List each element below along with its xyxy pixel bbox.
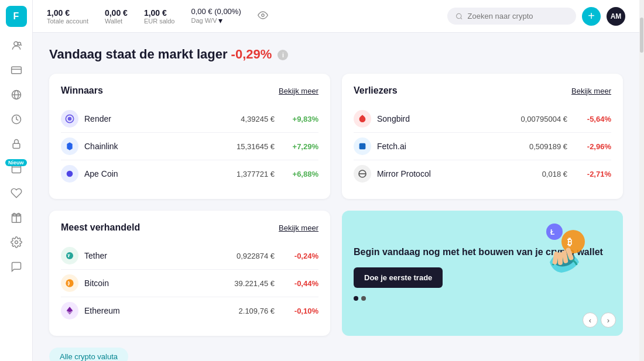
total-account-value: 1,00 €	[47, 8, 88, 18]
ethereum-price: 2.109,76 €	[239, 307, 275, 315]
tether-icon: ₮	[61, 247, 78, 264]
eur-saldo-stat: 1,00 € EUR saldo	[144, 8, 175, 25]
sidebar-item-heart[interactable]	[6, 183, 27, 204]
ethereum-change: -0,10%	[286, 307, 318, 315]
sidebar-item-globe[interactable]	[6, 84, 27, 105]
search-input[interactable]	[468, 12, 568, 20]
svg-marker-31	[67, 307, 73, 312]
wallet-value: 0,00 €	[105, 8, 128, 18]
most-traded-bekijk-meer[interactable]: Bekijk meer	[279, 224, 318, 232]
winners-title: Winnaars	[61, 85, 103, 96]
songbird-name: Songbird	[377, 114, 515, 123]
chainlink-change: +7,29%	[286, 142, 318, 151]
coin-row-render[interactable]: Render 4,39245 € +9,83%	[61, 105, 318, 133]
svg-line-19	[461, 18, 462, 19]
promo-prev-button[interactable]: ‹	[583, 312, 598, 328]
coin-row-apecoin[interactable]: Ape Coin 1,377721 € +6,88%	[61, 160, 318, 187]
wallet-stat: 0,00 € Wallet	[105, 8, 128, 25]
sidebar-item-calendar[interactable]: Nieuw	[6, 158, 27, 179]
search-icon	[455, 12, 463, 20]
sidebar-item-clock[interactable]	[6, 109, 27, 130]
apecoin-icon	[61, 165, 78, 183]
losers-list: Songbird 0,00795004 € -5,64% Fetch.ai 0,…	[354, 105, 611, 187]
most-traded-list: ₮ Tether 0,922874 € -0,24% ₿ Bitcoin	[61, 242, 318, 324]
svg-rect-8	[13, 143, 20, 148]
top-cards-row: Winnaars Bekijk meer Render 4,39245 € +9…	[49, 74, 623, 199]
add-button[interactable]: +	[582, 7, 601, 26]
eur-saldo-value: 1,00 €	[144, 8, 175, 18]
coin-row-ethereum[interactable]: Ethereum 2.109,76 € -0,10%	[61, 297, 318, 324]
sidebar: F Nieuw	[0, 0, 33, 361]
info-icon[interactable]: i	[278, 50, 288, 60]
bitcoin-name: Bitcoin	[84, 279, 228, 288]
sidebar-item-settings[interactable]	[6, 232, 27, 253]
promo-dots	[354, 296, 611, 301]
most-traded-title: Meest verhandeld	[61, 222, 140, 233]
svg-text:₿: ₿	[67, 281, 70, 286]
tether-name: Tether	[84, 251, 231, 260]
ethereum-icon	[61, 302, 78, 319]
chainlink-name: Chainlink	[84, 142, 231, 151]
winners-card: Winnaars Bekijk meer Render 4,39245 € +9…	[49, 74, 330, 199]
svg-text:Ł: Ł	[550, 228, 554, 236]
chainlink-price: 15,31645 €	[237, 142, 275, 151]
winners-bekijk-meer[interactable]: Bekijk meer	[279, 87, 318, 95]
eur-saldo-label: EUR saldo	[144, 18, 175, 25]
promo-illustration: ₿ Ł	[532, 215, 591, 280]
mirror-name: Mirror Protocol	[377, 169, 536, 178]
coin-row-fetchai[interactable]: Fetch.ai 0,509189 € -2,96%	[354, 133, 611, 160]
total-account-stat: 1,00 € Totale account	[47, 8, 88, 25]
songbird-icon	[354, 110, 371, 128]
svg-point-20	[68, 117, 72, 121]
apecoin-change: +6,88%	[286, 170, 318, 178]
svg-point-29	[66, 279, 73, 287]
sidebar-logo[interactable]: F	[6, 6, 27, 27]
page-title: Vandaag staat de markt lager -0,29% i	[49, 47, 623, 62]
alle-crypto-button[interactable]: Alle crypto valuta	[49, 348, 128, 361]
svg-text:₿: ₿	[567, 237, 572, 247]
fetchai-icon	[354, 137, 371, 155]
header: 1,00 € Totale account 0,00 € Wallet 1,00…	[33, 0, 639, 33]
tether-change: -0,24%	[286, 252, 318, 260]
search-box[interactable]	[447, 8, 576, 25]
dag-wv-label: Dag W/V	[191, 17, 217, 24]
coin-row-bitcoin[interactable]: ₿ Bitcoin 39.221,45 € -0,44%	[61, 270, 318, 297]
bitcoin-price: 39.221,45 €	[234, 279, 275, 288]
dag-wv-chevron-icon: ▾	[218, 16, 222, 25]
losers-card: Verliezers Bekijk meer Songbird 0,007950…	[342, 74, 623, 199]
coin-row-songbird[interactable]: Songbird 0,00795004 € -5,64%	[354, 105, 611, 133]
total-account-label: Totale account	[47, 18, 88, 25]
sidebar-item-chat[interactable]	[6, 256, 27, 277]
scrollbar-thumb[interactable]	[640, 18, 643, 53]
dag-wv-toggle[interactable]: Dag W/V ▾	[191, 16, 241, 25]
avatar: AM	[607, 7, 625, 26]
coin-row-mirror[interactable]: Mirror Protocol 0,018 € -2,71%	[354, 160, 611, 187]
header-right: + AM	[447, 7, 625, 26]
svg-point-17	[261, 13, 264, 16]
scrollbar[interactable]	[639, 0, 644, 361]
sidebar-item-gift[interactable]	[6, 207, 27, 228]
render-name: Render	[84, 114, 235, 123]
sidebar-item-lock[interactable]	[6, 133, 27, 154]
mirror-icon	[354, 165, 371, 183]
svg-point-33	[561, 230, 585, 253]
losers-title: Verliezers	[354, 85, 398, 96]
sidebar-item-person[interactable]	[6, 35, 27, 56]
most-traded-card: Meest verhandeld Bekijk meer ₮ Tether 0,…	[49, 211, 330, 336]
apecoin-price: 1,377721 €	[237, 170, 275, 178]
svg-marker-22	[67, 142, 72, 150]
svg-point-0	[13, 42, 18, 46]
coin-row-tether[interactable]: ₮ Tether 0,922874 € -0,24%	[61, 242, 318, 270]
eye-icon[interactable]	[258, 10, 268, 23]
promo-dot-2[interactable]	[361, 296, 366, 301]
promo-button[interactable]: Doe je eerste trade	[354, 267, 443, 288]
promo-next-button[interactable]: ›	[601, 312, 616, 328]
losers-bekijk-meer[interactable]: Bekijk meer	[571, 87, 611, 95]
render-price: 4,39245 €	[241, 115, 275, 123]
sidebar-item-card[interactable]	[6, 60, 27, 81]
svg-rect-2	[11, 67, 21, 74]
svg-point-23	[67, 171, 73, 177]
coin-row-chainlink[interactable]: Chainlink 15,31645 € +7,29%	[61, 133, 318, 160]
promo-dot-1[interactable]	[354, 296, 358, 301]
svg-point-16	[15, 241, 18, 244]
